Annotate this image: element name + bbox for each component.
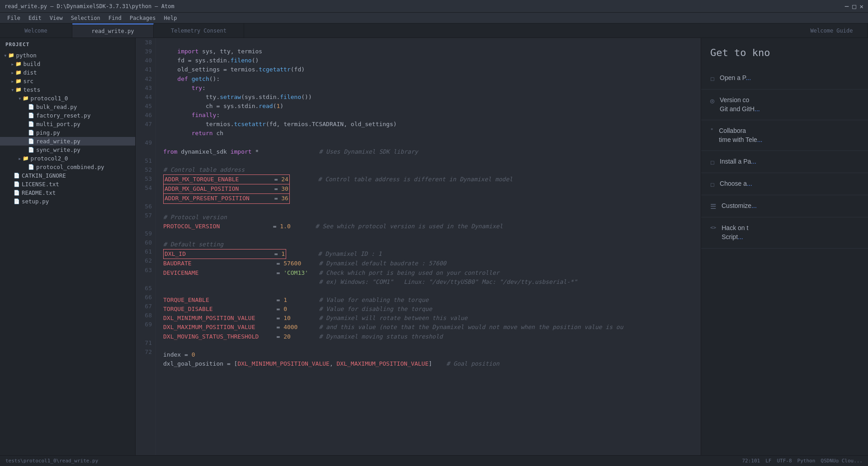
- folder-icon: 📁: [15, 87, 22, 93]
- file-icon: 📄: [28, 104, 34, 110]
- tab-bar: Welcome read_write.py Telemetry Consent …: [0, 24, 868, 38]
- menu-packages[interactable]: Packages: [126, 14, 160, 22]
- sidebar-item-protocol2-0[interactable]: ▸ 📁 protocol2_0: [0, 154, 135, 163]
- sidebar-item-tests[interactable]: ▾ 📁 tests: [0, 85, 135, 94]
- minimize-button[interactable]: ─: [845, 3, 849, 10]
- title-text: read_write.py — D:\DynamixelSDK-3.7.31\p…: [5, 3, 175, 9]
- sidebar-item-bulk-read[interactable]: 📄 bulk_read.py: [0, 103, 135, 111]
- chevron-right-icon: ▸: [11, 61, 14, 67]
- tab-read-write[interactable]: read_write.py: [72, 24, 154, 38]
- title-bar: read_write.py — D:\DynamixelSDK-3.7.31\p…: [0, 0, 868, 13]
- status-left: tests\protocol1_0\read_write.py: [5, 458, 98, 464]
- collab-icon: ": [710, 127, 713, 134]
- folder-icon: 📁: [23, 95, 29, 101]
- choose-icon: ☐: [710, 180, 714, 188]
- maximize-button[interactable]: □: [852, 3, 856, 10]
- editor-area[interactable]: 38 39 40 41 42 43 44 45 46 47 49 51 52 5…: [136, 38, 701, 455]
- line-numbers: 38 39 40 41 42 43 44 45 46 47 49 51 52 5…: [136, 38, 156, 455]
- file-icon: 📄: [28, 130, 34, 136]
- menu-find[interactable]: Find: [105, 14, 125, 22]
- sidebar-item-setup[interactable]: 📄 setup.py: [0, 197, 135, 206]
- project-icon: ☐: [710, 75, 714, 83]
- file-icon: 📄: [28, 147, 34, 153]
- sidebar: Project ▾ 📁 python ▸ 📁 build ▸ 📁 dist ▸ …: [0, 38, 136, 455]
- menu-help[interactable]: Help: [160, 14, 180, 22]
- sidebar-item-build[interactable]: ▸ 📁 build: [0, 60, 135, 68]
- package-icon: ☐: [710, 158, 714, 166]
- sidebar-header: Project: [0, 38, 135, 51]
- customize-icon: ☰: [710, 202, 716, 211]
- menu-view[interactable]: View: [46, 14, 66, 22]
- code-editor[interactable]: import sys, tty, termios fd = sys.stdin.…: [156, 38, 701, 455]
- chevron-right-icon: ▸: [18, 155, 22, 162]
- status-filepath: tests\protocol1_0\read_write.py: [5, 458, 98, 464]
- guide-item-choose[interactable]: ☐ Choose a...: [701, 173, 868, 195]
- sidebar-item-ping[interactable]: 📄 ping.py: [0, 128, 135, 137]
- file-icon: 📄: [14, 181, 20, 187]
- sidebar-item-src[interactable]: ▸ 📁 src: [0, 77, 135, 85]
- guide-item-hack-script[interactable]: <> Hack on tScript...: [701, 217, 868, 248]
- right-panel: Get to kno ☐ Open a P... ◎ Version coGit…: [701, 38, 868, 455]
- file-icon: 📄: [14, 173, 20, 179]
- folder-icon: 📁: [15, 61, 22, 67]
- sidebar-item-multi-port[interactable]: 📄 multi_port.py: [0, 120, 135, 128]
- sidebar-item-factory-reset[interactable]: 📄 factory_reset.py: [0, 111, 135, 120]
- chevron-right-icon: ▸: [11, 69, 14, 76]
- sidebar-item-catkin[interactable]: 📄 CATKIN_IGNORE: [0, 171, 135, 180]
- guide-item-version-control[interactable]: ◎ Version coGit and GitH...: [701, 89, 868, 120]
- chevron-right-icon: ▸: [11, 78, 14, 85]
- sidebar-item-sync-write[interactable]: 📄 sync_write.py: [0, 146, 135, 154]
- code-icon: <>: [710, 225, 716, 231]
- tab-welcome-guide[interactable]: Welcome Guide: [796, 24, 868, 38]
- file-icon: 📄: [28, 121, 34, 127]
- sidebar-item-protocol1-0[interactable]: ▾ 📁 protocol1_0: [0, 94, 135, 103]
- file-icon: 📄: [28, 113, 34, 118]
- menu-bar: File Edit View Selection Find Packages H…: [0, 13, 868, 24]
- window-controls: ─ □ ✕: [845, 3, 863, 10]
- status-bar: tests\protocol1_0\read_write.py 72:101 L…: [0, 455, 868, 466]
- folder-icon: 📁: [8, 52, 14, 58]
- main-layout: Project ▾ 📁 python ▸ 📁 build ▸ 📁 dist ▸ …: [0, 38, 868, 455]
- sidebar-item-dist[interactable]: ▸ 📁 dist: [0, 68, 135, 77]
- code-content[interactable]: 38 39 40 41 42 43 44 45 46 47 49 51 52 5…: [136, 38, 701, 455]
- menu-edit[interactable]: Edit: [25, 14, 45, 22]
- guide-item-install-package[interactable]: ☐ Install a Pa...: [701, 151, 868, 173]
- file-icon: 📄: [14, 190, 20, 196]
- sidebar-item-python[interactable]: ▾ 📁 python: [0, 51, 135, 60]
- status-language: Python: [797, 458, 816, 464]
- folder-icon: 📁: [15, 78, 22, 84]
- file-icon: 📄: [28, 164, 34, 170]
- sidebar-item-license[interactable]: 📄 LICENSE.txt: [0, 180, 135, 188]
- status-encoding: LF: [765, 458, 771, 464]
- folder-icon: 📁: [15, 70, 22, 75]
- close-button[interactable]: ✕: [860, 3, 863, 10]
- status-charset: UTF-8: [777, 458, 792, 464]
- chevron-down-icon: ▾: [11, 86, 14, 93]
- welcome-heading: Get to kno: [701, 47, 868, 67]
- menu-file[interactable]: File: [4, 14, 24, 22]
- folder-icon: 📁: [23, 155, 29, 161]
- status-cursor: 72:101: [742, 458, 760, 464]
- sidebar-item-readme[interactable]: 📄 README.txt: [0, 188, 135, 197]
- menu-selection[interactable]: Selection: [67, 14, 104, 22]
- git-icon: ◎: [710, 97, 714, 105]
- file-icon: 📄: [14, 198, 20, 204]
- guide-item-open-project[interactable]: ☐ Open a P...: [701, 67, 868, 89]
- chevron-down-icon: ▾: [4, 52, 7, 59]
- guide-item-collaborate[interactable]: " Collaboratime with Tele...: [701, 120, 868, 151]
- guide-item-customize[interactable]: ☰ Customize...: [701, 195, 868, 217]
- file-icon: 📄: [28, 138, 34, 144]
- chevron-down-icon: ▾: [18, 95, 22, 102]
- sidebar-item-protocol-combined[interactable]: 📄 protocol_combined.py: [0, 163, 135, 171]
- tab-telemetry[interactable]: Telemetry Consent: [154, 24, 244, 38]
- status-git: QSDNU◎ Clou...: [821, 458, 863, 464]
- status-right: 72:101 LF UTF-8 Python QSDNU◎ Clou...: [742, 458, 863, 464]
- sidebar-item-read-write[interactable]: 📄 read_write.py: [0, 137, 135, 146]
- tab-welcome[interactable]: Welcome: [0, 24, 72, 38]
